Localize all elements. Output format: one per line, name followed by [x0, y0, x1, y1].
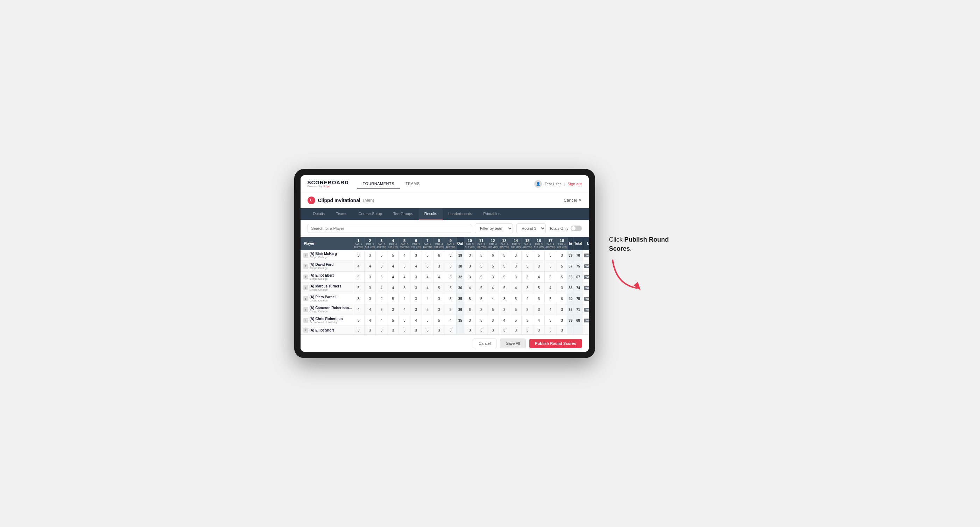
hole-9-score[interactable]: 5 [445, 304, 456, 315]
hole-6-score[interactable]: 3 [410, 294, 422, 304]
hole-17-score[interactable]: 3 [545, 326, 556, 335]
hole-5-score[interactable]: 4 [399, 250, 410, 261]
hole-10-score[interactable]: 3 [464, 315, 476, 326]
round-select[interactable]: Round 3 [516, 224, 546, 233]
hole-15-score[interactable]: 4 [522, 294, 533, 304]
hole-15-score[interactable]: 3 [522, 272, 533, 283]
hole-7-score[interactable]: 3 [422, 326, 433, 335]
hole-8-score[interactable]: 3 [433, 261, 445, 272]
hole-2-score[interactable]: 4 [364, 261, 376, 272]
hole-4-score[interactable]: 3 [387, 326, 399, 335]
hole-5-score[interactable]: 3 [399, 315, 410, 326]
save-all-button[interactable]: Save All [500, 338, 526, 348]
hole-6-score[interactable]: 3 [410, 326, 422, 335]
hole-12-score[interactable]: 6 [487, 250, 499, 261]
hole-17-score[interactable]: 6 [545, 272, 556, 283]
filter-team-select[interactable]: Filter by team [475, 224, 513, 233]
hole-16-score[interactable]: 3 [533, 294, 545, 304]
hole-6-score[interactable]: 3 [410, 272, 422, 283]
hole-15-score[interactable]: 5 [522, 250, 533, 261]
hole-1-score[interactable]: 5 [353, 283, 364, 294]
hole-5-score[interactable]: 3 [399, 261, 410, 272]
hole-16-score[interactable]: 3 [533, 326, 545, 335]
nav-tournaments[interactable]: TOURNAMENTS [357, 179, 400, 189]
hole-14-score[interactable]: 3 [510, 250, 522, 261]
tab-results[interactable]: Results [419, 208, 443, 220]
hole-1-score[interactable]: 3 [353, 315, 364, 326]
wd-badge[interactable]: WD [584, 275, 589, 279]
hole-12-score[interactable]: 3 [487, 326, 499, 335]
hole-6-score[interactable]: 4 [410, 261, 422, 272]
hole-16-score[interactable]: 3 [533, 261, 545, 272]
hole-4-score[interactable]: 4 [387, 272, 399, 283]
hole-8-score[interactable]: 5 [433, 315, 445, 326]
hole-1-score[interactable]: 3 [353, 326, 364, 335]
hole-18-score[interactable]: 3 [556, 304, 568, 315]
hole-13-score[interactable]: 3 [499, 326, 510, 335]
hole-16-score[interactable]: 5 [533, 250, 545, 261]
hole-9-score[interactable]: 4 [445, 315, 456, 326]
hole-10-score[interactable]: 3 [464, 261, 476, 272]
hole-14-score[interactable]: 5 [510, 315, 522, 326]
search-input[interactable] [307, 224, 472, 233]
hole-2-score[interactable]: 3 [364, 272, 376, 283]
hole-2-score[interactable]: 3 [364, 326, 376, 335]
hole-1-score[interactable]: 5 [353, 272, 364, 283]
hole-10-score[interactable]: 4 [464, 283, 476, 294]
hole-3-score[interactable]: 3 [376, 272, 387, 283]
hole-13-score[interactable]: 5 [499, 261, 510, 272]
hole-10-score[interactable]: 3 [464, 326, 476, 335]
wd-badge[interactable]: WD [584, 319, 589, 322]
hole-11-score[interactable]: 5 [476, 261, 487, 272]
hole-7-score[interactable]: 5 [422, 250, 433, 261]
hole-12-score[interactable]: 4 [487, 294, 499, 304]
hole-12-score[interactable]: 5 [487, 261, 499, 272]
nav-teams[interactable]: TEAMS [400, 179, 425, 189]
hole-10-score[interactable]: 6 [464, 304, 476, 315]
hole-3-score[interactable]: 4 [376, 294, 387, 304]
hole-3-score[interactable]: 5 [376, 250, 387, 261]
tab-tee-groups[interactable]: Tee Groups [388, 208, 419, 220]
hole-5-score[interactable]: 3 [399, 283, 410, 294]
hole-15-score[interactable]: 5 [522, 261, 533, 272]
hole-7-score[interactable]: 6 [422, 261, 433, 272]
hole-13-score[interactable]: 5 [499, 250, 510, 261]
hole-11-score[interactable]: 5 [476, 294, 487, 304]
hole-4-score[interactable]: 5 [387, 250, 399, 261]
hole-7-score[interactable]: 4 [422, 294, 433, 304]
hole-13-score[interactable]: 3 [499, 304, 510, 315]
hole-4-score[interactable]: 5 [387, 315, 399, 326]
hole-16-score[interactable]: 4 [533, 272, 545, 283]
hole-6-score[interactable]: 3 [410, 283, 422, 294]
wd-badge[interactable]: WD [584, 297, 589, 301]
publish-round-scores-button[interactable]: Publish Round Scores [529, 339, 581, 348]
hole-11-score[interactable]: 5 [476, 283, 487, 294]
totals-only-switch[interactable] [571, 225, 582, 231]
hole-5-score[interactable]: 4 [399, 294, 410, 304]
hole-2-score[interactable]: 4 [364, 315, 376, 326]
hole-16-score[interactable]: 3 [533, 304, 545, 315]
hole-13-score[interactable]: 3 [499, 294, 510, 304]
hole-17-score[interactable]: 4 [545, 283, 556, 294]
hole-3-score[interactable]: 4 [376, 315, 387, 326]
hole-11-score[interactable]: 5 [476, 315, 487, 326]
hole-11-score[interactable]: 3 [476, 304, 487, 315]
hole-9-score[interactable]: 5 [445, 294, 456, 304]
hole-18-score[interactable]: 6 [556, 294, 568, 304]
hole-18-score[interactable]: 3 [556, 283, 568, 294]
hole-18-score[interactable]: 5 [556, 272, 568, 283]
hole-4-score[interactable]: 5 [387, 294, 399, 304]
hole-14-score[interactable]: 5 [510, 294, 522, 304]
hole-9-score[interactable]: 3 [445, 272, 456, 283]
hole-14-score[interactable]: 3 [510, 326, 522, 335]
hole-4-score[interactable]: 4 [387, 261, 399, 272]
hole-8-score[interactable]: 6 [433, 250, 445, 261]
hole-14-score[interactable]: 3 [510, 261, 522, 272]
footer-cancel-button[interactable]: Cancel [473, 338, 496, 348]
hole-7-score[interactable]: 3 [422, 315, 433, 326]
hole-11-score[interactable]: 3 [476, 326, 487, 335]
hole-12-score[interactable]: 3 [487, 315, 499, 326]
hole-9-score[interactable]: 3 [445, 250, 456, 261]
hole-10-score[interactable]: 5 [464, 294, 476, 304]
hole-5-score[interactable]: 4 [399, 272, 410, 283]
